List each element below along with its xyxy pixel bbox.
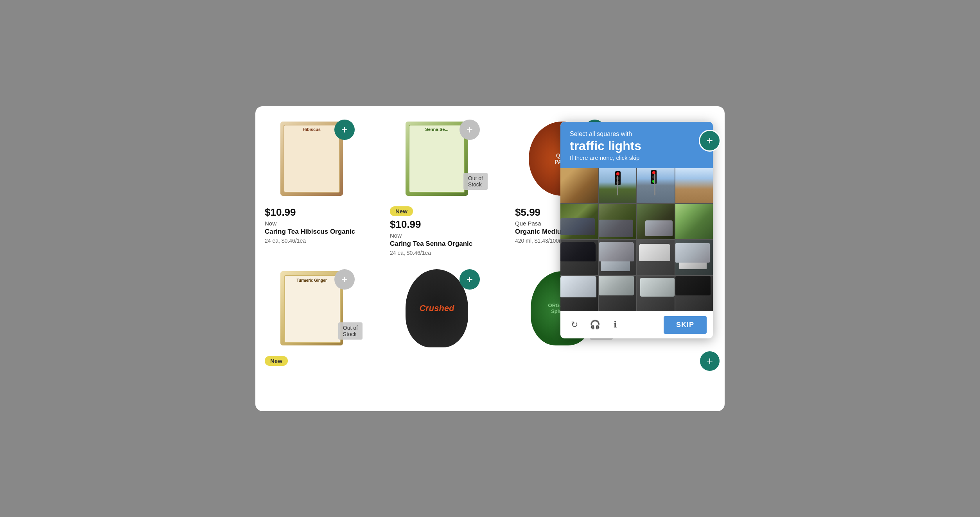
captcha-cell-4-1[interactable] bbox=[560, 276, 598, 311]
brand-salsa: Que Pasa bbox=[515, 220, 541, 227]
captcha-footer: ↻ 🎧 ℹ SKIP bbox=[560, 311, 713, 338]
captcha-cell-3-2[interactable] bbox=[599, 240, 636, 275]
captcha-cell-2-4[interactable] bbox=[675, 204, 713, 239]
captcha-overlay: Select all squares with traffic lights I… bbox=[560, 122, 713, 338]
price-hibiscus: $10.99 bbox=[265, 206, 296, 218]
captcha-cell-2-2[interactable] bbox=[599, 204, 636, 239]
product-image-hibiscus: Hibiscus bbox=[280, 122, 343, 196]
product-name-senna: Caring Tea Senna Organic bbox=[390, 240, 472, 248]
price-senna: $10.99 bbox=[390, 218, 421, 231]
captcha-info-button[interactable]: ℹ bbox=[607, 317, 623, 333]
out-of-stock-badge-turmeric: Out ofStock bbox=[338, 322, 363, 340]
captcha-instruction-text: If there are none, click skip bbox=[570, 154, 704, 161]
captcha-cell-4-4[interactable] bbox=[675, 276, 713, 311]
captcha-refresh-button[interactable]: ↻ bbox=[567, 317, 582, 333]
captcha-grid bbox=[560, 168, 713, 311]
car-2-2 bbox=[599, 220, 633, 237]
product-card-turmeric: Turmeric Ginger + Out ofStock New bbox=[265, 265, 374, 368]
product-name-hibiscus: Caring Tea Hibiscus Organic bbox=[265, 227, 355, 236]
car-4-3 bbox=[640, 278, 675, 297]
right-edge-plus-bottom[interactable]: + bbox=[699, 350, 721, 372]
captcha-header: Select all squares with traffic lights I… bbox=[560, 122, 713, 168]
captcha-cell-4-3[interactable] bbox=[637, 276, 675, 311]
captcha-cell-2-3[interactable] bbox=[637, 204, 675, 239]
product-image-wrap-senna: Senna-Se... + Out ofStock bbox=[390, 116, 484, 202]
captcha-subject-text: traffic lights bbox=[570, 139, 704, 153]
out-of-stock-badge-senna: Out ofStock bbox=[463, 173, 488, 190]
product-detail-hibiscus: 24 ea, $0.46/1ea bbox=[265, 238, 306, 244]
captcha-cell-2-1[interactable] bbox=[560, 204, 598, 239]
tl-yellow-dot-2 bbox=[652, 175, 655, 179]
product-image-senna: Senna-Se... bbox=[406, 122, 468, 196]
tl-red-dot bbox=[616, 172, 619, 175]
product-image-wrap-hibiscus: Hibiscus + bbox=[265, 116, 359, 202]
product-image-wrap-turmeric: Turmeric Ginger + Out ofStock bbox=[265, 265, 359, 351]
car-2-1 bbox=[560, 218, 595, 235]
price-salsa: $5.99 bbox=[515, 206, 540, 218]
new-badge-senna: New bbox=[390, 206, 413, 216]
tl-red-dot-2 bbox=[652, 171, 655, 174]
brand-hibiscus: Now bbox=[265, 220, 276, 227]
tl-green-dot bbox=[616, 181, 619, 184]
captcha-cell-1-1[interactable] bbox=[560, 168, 598, 203]
tl-green-dot-2 bbox=[652, 180, 655, 183]
captcha-select-all-text: Select all squares with bbox=[570, 131, 704, 138]
captcha-cell-1-4[interactable] bbox=[675, 168, 713, 203]
product-image-turmeric: Turmeric Ginger bbox=[280, 271, 343, 345]
add-button-crushed[interactable]: + bbox=[459, 269, 480, 290]
captcha-cell-4-2[interactable] bbox=[599, 276, 636, 311]
right-edge-plus-top[interactable]: + bbox=[699, 130, 721, 152]
car-3-3 bbox=[639, 244, 670, 261]
car-4-2 bbox=[599, 276, 634, 295]
new-badge-turmeric: New bbox=[265, 356, 288, 366]
product-detail-senna: 24 ea, $0.46/1ea bbox=[390, 250, 431, 256]
product-detail-salsa: 420 ml, $1.43/100ml bbox=[515, 238, 565, 244]
tl-yellow-dot bbox=[616, 177, 619, 180]
product-image-wrap-crushed: + bbox=[390, 265, 484, 351]
traffic-light-1 bbox=[615, 171, 621, 185]
captcha-audio-button[interactable]: 🎧 bbox=[587, 317, 603, 333]
captcha-cell-1-3[interactable] bbox=[637, 168, 675, 203]
product-card-hibiscus: Hibiscus + $10.99 Now Caring Tea Hibiscu… bbox=[265, 116, 374, 256]
car-4-4 bbox=[675, 276, 711, 295]
captcha-cell-3-3[interactable] bbox=[637, 240, 675, 275]
captcha-cell-3-4[interactable] bbox=[675, 240, 713, 275]
captcha-skip-button[interactable]: SKIP bbox=[664, 316, 707, 334]
car-2-3 bbox=[645, 220, 673, 236]
captcha-cell-3-1[interactable] bbox=[560, 240, 598, 275]
car-3-1 bbox=[560, 242, 596, 261]
add-button-hibiscus[interactable]: + bbox=[334, 120, 355, 140]
main-container: Hibiscus + $10.99 Now Caring Tea Hibiscu… bbox=[255, 106, 725, 411]
car-3-2 bbox=[599, 242, 634, 261]
add-button-senna[interactable]: + bbox=[459, 120, 480, 140]
product-card-senna: Senna-Se... + Out ofStock New $10.99 Now… bbox=[390, 116, 499, 256]
car-3-4 bbox=[675, 243, 710, 263]
brand-senna: Now bbox=[390, 232, 402, 239]
car-4-1 bbox=[560, 276, 596, 297]
captcha-cell-1-2[interactable] bbox=[599, 168, 636, 203]
product-image-crushed bbox=[406, 269, 468, 347]
add-button-turmeric[interactable]: + bbox=[334, 269, 355, 290]
traffic-light-2 bbox=[651, 170, 657, 184]
product-card-crushed: + bbox=[390, 265, 499, 368]
